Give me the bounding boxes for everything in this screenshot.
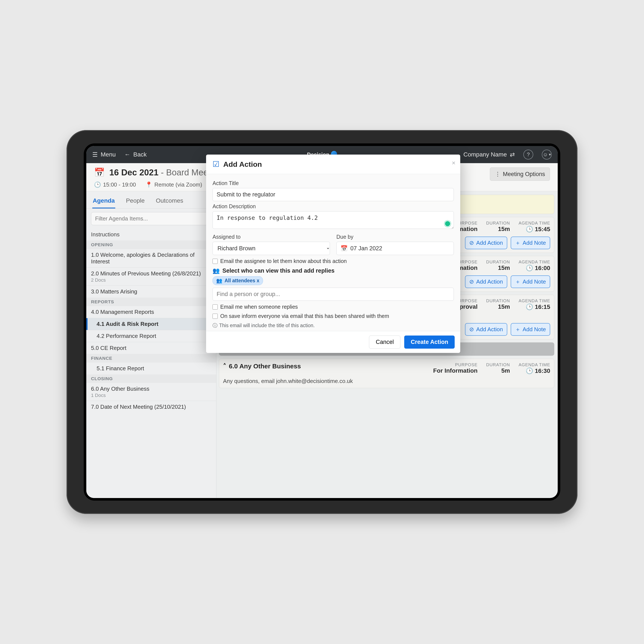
tablet-inner: ☰ Menu ← Back Decision Company Name ⇄ ? … [84,143,560,501]
sidebar-instructions[interactable]: Instructions [86,229,216,240]
duration-value: 15m [498,264,510,271]
tab-people[interactable]: People [126,195,145,208]
tab-agenda[interactable]: Agenda [92,195,115,208]
agenda-item-3-0[interactable]: 3.0 Matters Arising [86,286,216,298]
agenda-item-2-0-docs: 2 Docs [91,277,211,283]
modal-body: Action Title Action Description Assigned… [206,174,460,331]
back-button[interactable]: ← Back [124,151,147,158]
page-title: 📅 16 Dec 2021 - Board Meeting [94,167,222,178]
duration-value: 5m [501,367,510,374]
meeting-meta: 🕒15:00 - 19:00 📍Remote (via Zoom) [94,181,222,188]
company-switcher[interactable]: Company Name ⇄ [463,151,515,158]
assigned-to-label: Assigned to [213,234,330,240]
pin-icon: 📍 [145,181,152,188]
plus-icon: ＋ [515,326,521,333]
create-action-button[interactable]: Create Action [404,336,455,349]
agenda-item-4-1[interactable]: 4.1 Audit & Risk Report [86,318,216,330]
agenda-item-6-0[interactable]: 6.0 Any Other Business 1 Docs [86,383,216,401]
add-note-button[interactable]: ＋Add Note [511,237,550,249]
list-check-icon: ☑ [213,160,219,169]
user-icon: ☺ [543,152,548,158]
action-title-input[interactable] [213,188,454,201]
add-note-label: Add Note [523,278,546,285]
clock-icon: 🕒 [526,304,535,310]
purpose-label: PURPOSE [455,362,478,367]
add-note-button[interactable]: ＋Add Note [511,275,550,288]
add-action-button[interactable]: ⊘Add Action [465,237,507,249]
agenda-item-2-0[interactable]: 2.0 Minutes of Previous Meeting (26/8/20… [86,268,216,286]
view-permissions-text: Select who can view this and add replies [222,267,334,274]
add-action-label: Add Action [476,326,503,333]
add-note-label: Add Note [523,326,546,333]
add-action-label: Add Action [476,278,503,285]
agenda-time-label: AGENDA TIME [519,260,550,264]
purpose-value: For Information [433,367,478,374]
agenda-item-6-0-docs: 1 Docs [91,393,211,398]
agenda-item-6-0-label: 6.0 Any Other Business [91,386,211,392]
plus-icon: ＋ [515,239,521,247]
add-action-button[interactable]: ⊘Add Action [465,323,507,336]
inform-all-checkbox[interactable] [213,314,218,319]
modal-header: ☑ Add Action × [206,155,460,174]
section-closing: CLOSING [86,374,216,383]
account-button[interactable]: ☺▾ [542,150,552,159]
agenda-item-7-0[interactable]: 7.0 Date of Next Meeting (25/10/2021) [86,401,216,413]
due-by-input[interactable]: 📅 07 Jan 2022 [336,242,454,255]
email-me-checkbox[interactable] [213,304,218,310]
due-by-label: Due by [336,234,454,240]
meeting-time-value: 15:00 - 19:00 [103,181,136,188]
app-screen: ☰ Menu ← Back Decision Company Name ⇄ ? … [86,146,558,498]
modal-title: Add Action [223,160,262,169]
agenda-time-value: 🕒 16:00 [526,264,550,272]
action-description-input[interactable] [213,211,454,229]
kebab-icon: ⋮ [495,171,501,178]
add-action-button[interactable]: ⊘Add Action [465,275,507,288]
assigned-to-select[interactable]: Richard Brown [213,242,330,255]
agenda-time-value: 🕒 16:15 [526,303,550,310]
duration-label: DURATION [486,221,510,226]
duration-value: 15m [498,226,510,232]
duration-value: 15m [498,303,510,310]
close-icon[interactable]: × [452,159,456,167]
clock-icon: 🕒 [526,368,535,374]
agenda-time-value: 🕒 16:30 [526,367,550,374]
email-me-label: Email me when someone replies [220,304,298,310]
tablet-frame: ☰ Menu ← Back Decision Company Name ⇄ ? … [67,130,577,514]
help-button[interactable]: ? [523,150,533,159]
duration-label: DURATION [486,298,510,303]
tag-all-attendees[interactable]: 👥 All attendees x [213,276,263,285]
email-assignee-checkbox-row[interactable]: Email the assignee to let them know abou… [213,258,454,264]
agenda-time-label: AGENDA TIME [519,362,550,367]
agenda-item-4-0[interactable]: 4.0 Management Reports [86,306,216,318]
agenda-item-2-0-label: 2.0 Minutes of Previous Meeting (26/8/20… [91,270,211,277]
add-note-button[interactable]: ＋Add Note [511,323,550,336]
agenda-item-5-1[interactable]: 5.1 Finance Report [86,363,216,374]
action-title-label: Action Title [213,180,454,186]
chevron-up-icon[interactable]: ˄ [223,362,226,370]
add-note-label: Add Note [523,240,546,246]
find-person-input[interactable] [213,288,454,301]
people-small-icon: 👥 [216,278,222,284]
info-line-text: This email will include the title of thi… [219,323,315,328]
meeting-options-button[interactable]: ⋮ Meeting Options [490,167,550,181]
info-line: ⓘ This email will include the title of t… [213,322,454,329]
sidebar: Agenda People Outcomes Instructions OPEN… [86,191,216,498]
cancel-button[interactable]: Cancel [369,336,400,349]
inform-all-checkbox-row[interactable]: On save inform everyone via email that t… [213,313,454,319]
duration-label: DURATION [486,260,510,264]
tag-all-attendees-label: All attendees x [225,278,259,284]
due-by-value: 07 Jan 2022 [350,245,382,252]
clock-icon: 🕒 [94,181,101,188]
agenda-item-4-2[interactable]: 4.2 Performance Report [86,330,216,342]
tab-outcomes[interactable]: Outcomes [155,195,184,208]
menu-button[interactable]: ☰ Menu [92,151,116,158]
meeting-date: 16 Dec 2021 [109,168,158,177]
email-assignee-checkbox[interactable] [213,259,218,264]
help-icon: ? [527,152,530,158]
calendar-icon: 📅 [340,245,348,252]
filter-input[interactable] [91,212,211,225]
check-circle-icon: ⊘ [469,240,474,246]
agenda-item-5-0[interactable]: 5.0 CE Report [86,342,216,354]
agenda-item-1-0[interactable]: 1.0 Welcome, apologies & Declarations of… [86,249,216,267]
email-me-checkbox-row[interactable]: Email me when someone replies [213,304,454,310]
